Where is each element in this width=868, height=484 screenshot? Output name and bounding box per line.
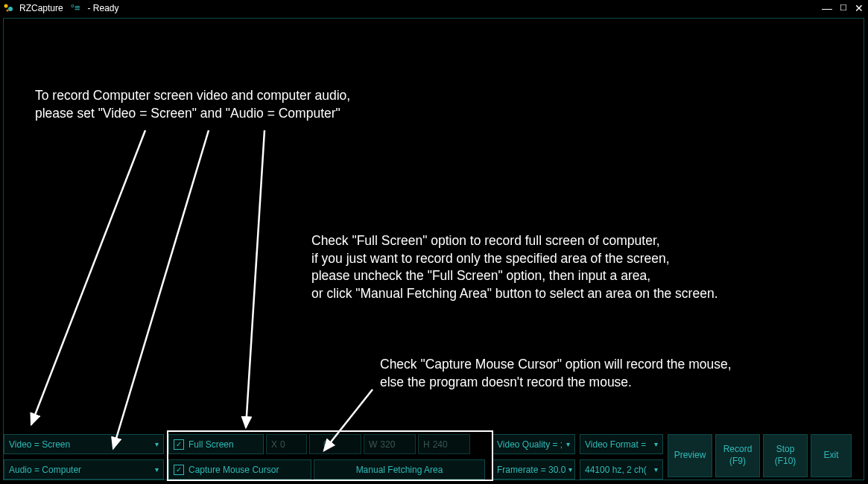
record-label-2: (F9) bbox=[729, 456, 746, 468]
check-icon: ✓ bbox=[174, 439, 184, 450]
y-value: 0 bbox=[323, 439, 329, 450]
chevron-down-icon: ▾ bbox=[568, 465, 572, 474]
status-text: - Ready bbox=[87, 3, 118, 13]
svg-point-2 bbox=[7, 10, 9, 12]
preview-button[interactable]: Preview bbox=[668, 434, 712, 477]
manual-fetch-label: Manual Fetching Area bbox=[356, 465, 443, 475]
maximize-button[interactable]: ☐ bbox=[840, 4, 847, 12]
record-button[interactable]: Record (F9) bbox=[715, 434, 760, 477]
control-bar: Video = Screen ▾ Audio = Computer ▾ ✓ Fu… bbox=[4, 434, 864, 480]
audio-format-dropdown[interactable]: 44100 hz, 2 ch( ▾ bbox=[580, 459, 663, 480]
audio-source-label: Audio = Computer bbox=[9, 465, 81, 475]
framerate-dropdown[interactable]: Framerate = 30.0 ▾ bbox=[492, 459, 575, 480]
chevron-down-icon: ▾ bbox=[155, 465, 159, 474]
audio-source-dropdown[interactable]: Audio = Computer ▾ bbox=[4, 459, 164, 480]
annotation-bottom: Check "Capture Mouse Cursor" option will… bbox=[380, 356, 732, 391]
chevron-down-icon: ▾ bbox=[654, 465, 658, 474]
stop-label-2: (F10) bbox=[775, 456, 796, 468]
manual-fetching-area-button[interactable]: Manual Fetching Area bbox=[314, 459, 485, 480]
area-w-field[interactable]: W 320 bbox=[364, 434, 416, 454]
w-label: W bbox=[369, 439, 377, 450]
video-format-label: Video Format = bbox=[585, 439, 646, 450]
area-y-field[interactable]: Y 0 bbox=[309, 434, 361, 454]
stop-label-1: Stop bbox=[776, 444, 795, 456]
h-value: 240 bbox=[433, 439, 448, 450]
app-name: RZCapture bbox=[19, 3, 63, 13]
area-h-field[interactable]: H 240 bbox=[418, 434, 470, 454]
chevron-down-icon: ▾ bbox=[654, 440, 658, 448]
chevron-down-icon: ▾ bbox=[155, 440, 159, 448]
full-screen-label: Full Screen bbox=[189, 439, 234, 450]
record-label-1: Record bbox=[723, 444, 753, 456]
capture-cursor-checkbox[interactable]: ✓ Capture Mouse Cursor bbox=[168, 459, 311, 480]
menu-icon[interactable]: °≡ bbox=[71, 2, 80, 13]
annotation-top: To record Computer screen video and comp… bbox=[35, 87, 350, 122]
video-source-dropdown[interactable]: Video = Screen ▾ bbox=[4, 434, 164, 454]
video-quality-label: Video Quality = ; bbox=[497, 439, 563, 450]
stop-button[interactable]: Stop (F10) bbox=[763, 434, 808, 477]
exit-label: Exit bbox=[823, 450, 838, 462]
svg-point-1 bbox=[8, 7, 13, 11]
check-icon: ✓ bbox=[174, 465, 184, 475]
annotation-middle: Check "Full Screen" option to record ful… bbox=[311, 232, 718, 303]
capture-cursor-label: Capture Mouse Cursor bbox=[189, 465, 279, 475]
full-screen-checkbox[interactable]: ✓ Full Screen bbox=[168, 434, 264, 454]
chevron-down-icon: ▾ bbox=[566, 440, 570, 448]
preview-label: Preview bbox=[674, 450, 706, 462]
app-icon bbox=[3, 2, 15, 14]
video-quality-dropdown[interactable]: Video Quality = ; ▾ bbox=[492, 434, 575, 454]
x-label: X bbox=[271, 439, 277, 450]
x-value: 0 bbox=[280, 439, 285, 450]
svg-point-0 bbox=[4, 4, 8, 8]
h-label: H bbox=[423, 439, 430, 450]
w-value: 320 bbox=[380, 439, 395, 450]
framerate-label: Framerate = 30.0 bbox=[497, 465, 566, 475]
video-format-dropdown[interactable]: Video Format = ▾ bbox=[580, 434, 663, 454]
minimize-button[interactable]: — bbox=[822, 3, 832, 13]
exit-button[interactable]: Exit bbox=[811, 434, 852, 477]
close-button[interactable]: ✕ bbox=[855, 3, 864, 13]
title-bar: RZCapture °≡ - Ready — ☐ ✕ bbox=[0, 0, 868, 16]
video-source-label: Video = Screen bbox=[9, 439, 70, 450]
area-x-field[interactable]: X 0 bbox=[266, 434, 307, 454]
audio-format-label: 44100 hz, 2 ch( bbox=[585, 465, 647, 475]
